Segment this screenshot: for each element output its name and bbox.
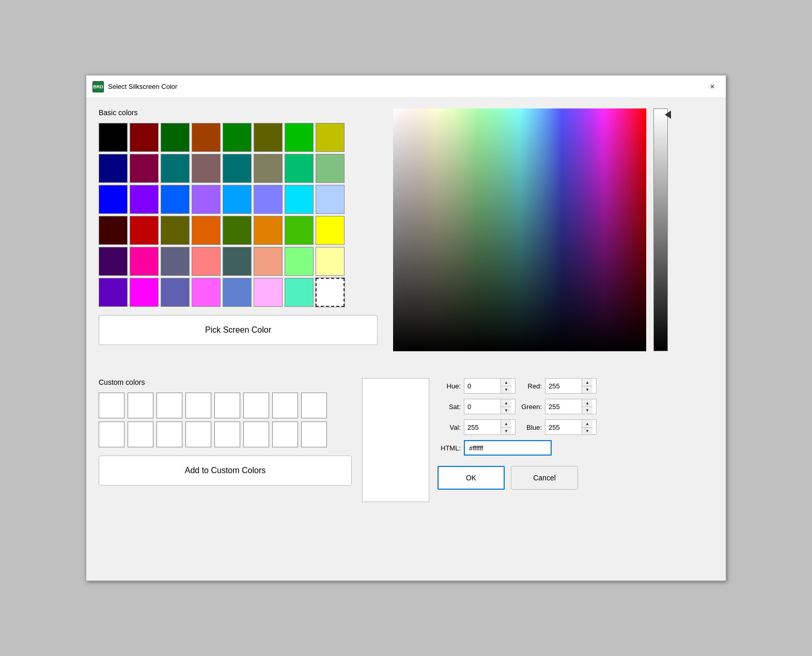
blue-down-btn[interactable]: ▼ xyxy=(582,427,592,434)
custom-swatch-0[interactable] xyxy=(99,393,124,418)
red-up-btn[interactable]: ▲ xyxy=(582,379,592,386)
custom-swatch-4[interactable] xyxy=(214,393,240,418)
basic-swatch-30[interactable] xyxy=(285,216,314,245)
red-input[interactable] xyxy=(545,379,582,393)
basic-swatch-23[interactable] xyxy=(316,185,345,214)
html-input[interactable] xyxy=(464,440,552,456)
custom-swatch-6[interactable] xyxy=(272,393,298,418)
basic-swatch-3[interactable] xyxy=(192,123,221,152)
custom-swatch-11[interactable] xyxy=(185,421,211,447)
brightness-track xyxy=(653,108,668,351)
basic-swatch-13[interactable] xyxy=(254,154,283,183)
sat-down-btn[interactable]: ▼ xyxy=(501,407,511,414)
basic-swatch-24[interactable] xyxy=(99,216,128,245)
hue-spinbox[interactable]: ▲ ▼ xyxy=(464,378,516,394)
custom-swatch-3[interactable] xyxy=(185,393,211,418)
basic-swatch-2[interactable] xyxy=(161,123,190,152)
basic-swatch-43[interactable] xyxy=(192,278,221,307)
hue-input[interactable] xyxy=(464,379,501,393)
basic-swatch-16[interactable] xyxy=(99,185,128,214)
basic-swatch-14[interactable] xyxy=(285,154,314,183)
basic-swatch-34[interactable] xyxy=(161,247,190,276)
custom-swatch-15[interactable] xyxy=(301,421,327,447)
green-down-btn[interactable]: ▼ xyxy=(582,407,592,414)
close-button[interactable]: × xyxy=(705,80,720,94)
sat-input[interactable] xyxy=(464,399,501,414)
val-down-btn[interactable]: ▼ xyxy=(501,427,511,434)
sat-up-btn[interactable]: ▲ xyxy=(501,399,511,407)
custom-swatch-8[interactable] xyxy=(99,421,124,447)
basic-swatch-38[interactable] xyxy=(285,247,314,276)
basic-swatch-1[interactable] xyxy=(130,123,159,152)
custom-swatch-9[interactable] xyxy=(128,421,153,447)
basic-swatch-44[interactable] xyxy=(223,278,252,307)
green-spinbox[interactable]: ▲ ▼ xyxy=(545,399,597,414)
basic-swatch-26[interactable] xyxy=(161,216,190,245)
basic-swatch-37[interactable] xyxy=(254,247,283,276)
basic-swatch-19[interactable] xyxy=(192,185,221,214)
basic-swatch-15[interactable] xyxy=(316,154,345,183)
basic-swatch-18[interactable] xyxy=(161,185,190,214)
basic-swatch-35[interactable] xyxy=(192,247,221,276)
basic-swatch-40[interactable] xyxy=(99,278,128,307)
val-input[interactable] xyxy=(464,420,501,434)
custom-swatch-14[interactable] xyxy=(272,421,298,447)
val-up-btn[interactable]: ▲ xyxy=(501,420,511,427)
hue-down-btn[interactable]: ▼ xyxy=(501,386,511,393)
custom-swatch-2[interactable] xyxy=(157,393,182,418)
brightness-handle xyxy=(665,111,671,119)
basic-swatch-31[interactable] xyxy=(316,216,345,245)
basic-swatch-17[interactable] xyxy=(130,185,159,214)
basic-swatch-6[interactable] xyxy=(285,123,314,152)
basic-swatch-32[interactable] xyxy=(99,247,128,276)
red-spinbox[interactable]: ▲ ▼ xyxy=(545,378,597,394)
basic-swatch-33[interactable] xyxy=(130,247,159,276)
basic-swatch-10[interactable] xyxy=(161,154,190,183)
custom-swatch-10[interactable] xyxy=(157,421,182,447)
hue-up-btn[interactable]: ▲ xyxy=(501,379,511,386)
custom-swatch-13[interactable] xyxy=(243,421,269,447)
basic-swatch-41[interactable] xyxy=(130,278,159,307)
basic-swatch-45[interactable] xyxy=(254,278,283,307)
blue-input[interactable] xyxy=(545,420,582,434)
custom-swatch-5[interactable] xyxy=(243,393,269,418)
val-spinbox[interactable]: ▲ ▼ xyxy=(464,419,516,435)
basic-swatch-27[interactable] xyxy=(192,216,221,245)
cancel-button[interactable]: Cancel xyxy=(511,466,578,490)
ok-button[interactable]: OK xyxy=(438,466,505,490)
basic-swatch-0[interactable] xyxy=(99,123,128,152)
basic-swatch-46[interactable] xyxy=(285,278,314,307)
red-down-btn[interactable]: ▼ xyxy=(582,386,592,393)
color-picker-canvas[interactable] xyxy=(393,108,646,351)
basic-swatch-5[interactable] xyxy=(254,123,283,152)
basic-swatch-47[interactable] xyxy=(316,278,345,307)
custom-swatch-1[interactable] xyxy=(128,393,153,418)
basic-swatch-7[interactable] xyxy=(316,123,345,152)
basic-swatch-28[interactable] xyxy=(223,216,252,245)
basic-swatch-8[interactable] xyxy=(99,154,128,183)
basic-swatch-22[interactable] xyxy=(285,185,314,214)
basic-swatch-36[interactable] xyxy=(223,247,252,276)
pick-screen-color-button[interactable]: Pick Screen Color xyxy=(99,315,378,345)
green-up-btn[interactable]: ▲ xyxy=(582,399,592,407)
basic-swatch-29[interactable] xyxy=(254,216,283,245)
add-to-custom-colors-button[interactable]: Add to Custom Colors xyxy=(99,456,352,486)
custom-swatch-12[interactable] xyxy=(214,421,240,447)
basic-swatch-39[interactable] xyxy=(316,247,345,276)
sat-spinbox[interactable]: ▲ ▼ xyxy=(464,399,516,414)
basic-swatch-21[interactable] xyxy=(254,185,283,214)
blue-spinbox[interactable]: ▲ ▼ xyxy=(545,419,597,435)
basic-swatch-25[interactable] xyxy=(130,216,159,245)
basic-swatch-4[interactable] xyxy=(223,123,252,152)
basic-swatch-12[interactable] xyxy=(223,154,252,183)
basic-swatch-42[interactable] xyxy=(161,278,190,307)
basic-swatch-9[interactable] xyxy=(130,154,159,183)
green-input[interactable] xyxy=(545,399,582,414)
basic-swatch-11[interactable] xyxy=(192,154,221,183)
brightness-slider[interactable] xyxy=(650,108,671,351)
hue-red-row: Hue: ▲ ▼ Red: ▲ xyxy=(438,378,713,394)
sat-label: Sat: xyxy=(438,403,461,411)
custom-swatch-7[interactable] xyxy=(301,393,327,418)
basic-swatch-20[interactable] xyxy=(223,185,252,214)
blue-up-btn[interactable]: ▲ xyxy=(582,420,592,427)
